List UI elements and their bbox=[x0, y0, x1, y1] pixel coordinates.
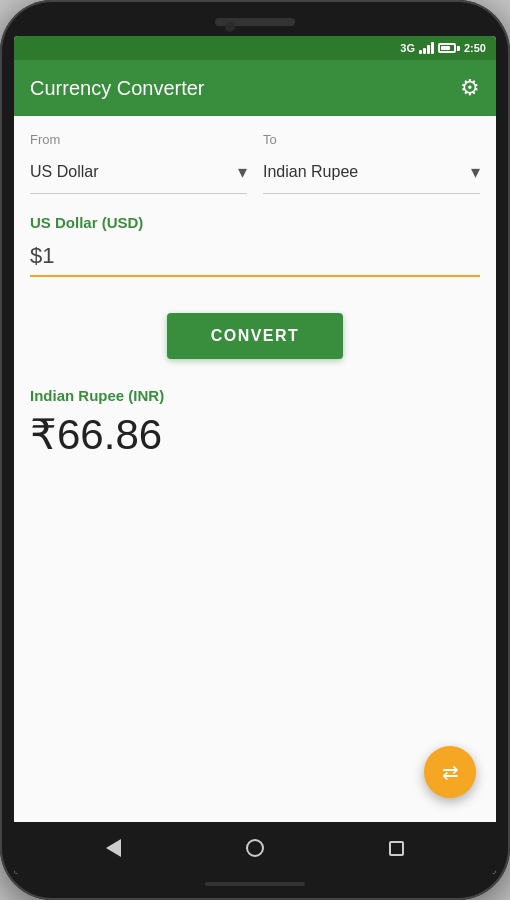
home-icon[interactable] bbox=[246, 839, 264, 857]
recent-icon[interactable] bbox=[389, 841, 404, 856]
back-icon[interactable] bbox=[106, 839, 121, 857]
amount-input[interactable] bbox=[30, 239, 480, 275]
to-label: To bbox=[263, 132, 480, 147]
from-label: From bbox=[30, 132, 247, 147]
camera bbox=[225, 22, 235, 32]
content-area: From US Dollar ▾ To Indian Rupee ▾ US Do bbox=[14, 116, 496, 822]
swap-icon: ⇄ bbox=[442, 760, 459, 784]
result-section: Indian Rupee (INR) ₹66.86 bbox=[30, 387, 480, 459]
to-dropdown[interactable]: Indian Rupee ▾ bbox=[263, 151, 480, 194]
convert-btn-wrapper: CONVERT bbox=[30, 313, 480, 359]
from-arrow-icon: ▾ bbox=[238, 161, 247, 183]
from-selector-group: From US Dollar ▾ bbox=[30, 132, 247, 194]
to-selector-group: To Indian Rupee ▾ bbox=[263, 132, 480, 194]
bottom-bar bbox=[205, 882, 305, 886]
selectors-row: From US Dollar ▾ To Indian Rupee ▾ bbox=[30, 132, 480, 194]
app-title: Currency Converter bbox=[30, 77, 205, 100]
phone-screen: 3G 2:50 Currency Converter ⚙ From bbox=[14, 36, 496, 874]
from-value: US Dollar bbox=[30, 163, 98, 181]
result-currency-label: Indian Rupee (INR) bbox=[30, 387, 480, 404]
input-section: US Dollar (USD) bbox=[30, 214, 480, 293]
from-currency-label: US Dollar (USD) bbox=[30, 214, 480, 231]
swap-fab[interactable]: ⇄ bbox=[424, 746, 476, 798]
signal-icon bbox=[419, 42, 434, 54]
app-bar: Currency Converter ⚙ bbox=[14, 60, 496, 116]
to-value: Indian Rupee bbox=[263, 163, 358, 181]
result-value: ₹66.86 bbox=[30, 410, 480, 459]
nav-bar bbox=[14, 822, 496, 874]
battery-icon bbox=[438, 43, 460, 53]
settings-icon[interactable]: ⚙ bbox=[460, 75, 480, 101]
phone-frame: 3G 2:50 Currency Converter ⚙ From bbox=[0, 0, 510, 900]
result-amount: 66.86 bbox=[57, 411, 162, 458]
convert-button[interactable]: CONVERT bbox=[167, 313, 344, 359]
to-arrow-icon: ▾ bbox=[471, 161, 480, 183]
status-bar: 3G 2:50 bbox=[14, 36, 496, 60]
status-icons: 3G 2:50 bbox=[400, 42, 486, 54]
from-dropdown[interactable]: US Dollar ▾ bbox=[30, 151, 247, 194]
signal-label: 3G bbox=[400, 42, 415, 54]
amount-input-wrapper bbox=[30, 239, 480, 277]
clock: 2:50 bbox=[464, 42, 486, 54]
result-symbol: ₹ bbox=[30, 411, 57, 458]
